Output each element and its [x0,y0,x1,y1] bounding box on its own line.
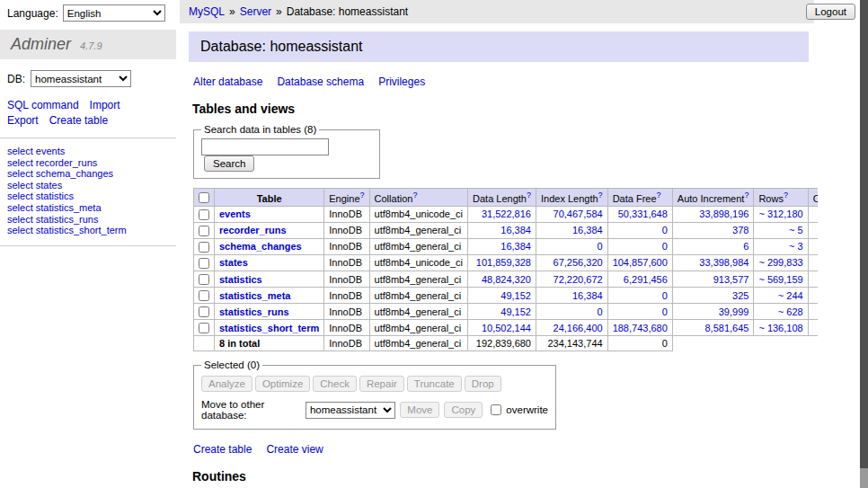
data-length-link[interactable]: 16,384 [500,225,531,235]
data-free-link[interactable]: 104,857,600 [613,257,668,268]
index-length-link[interactable]: 24,166,400 [554,323,603,333]
privileges-link[interactable]: Privileges [378,75,425,88]
auto-increment-link[interactable]: 6 [743,241,748,252]
table-name-link[interactable]: events [219,209,251,219]
sidebar-select-link[interactable]: select states [7,180,169,191]
data-length-link[interactable]: 10,502,144 [482,323,531,333]
index-length-link[interactable]: 70,467,584 [554,209,603,219]
breadcrumb-link-mysql[interactable]: MySQL [189,5,225,18]
import-link[interactable]: Import [90,99,120,111]
search-button[interactable]: Search [204,155,254,172]
data-free-link[interactable]: 0 [662,306,668,317]
index-length-link[interactable]: 67,256,320 [554,257,603,268]
auto-increment-link[interactable]: 325 [732,290,748,301]
selected-action-button[interactable]: Optimize [255,376,310,392]
data-length-link[interactable]: 31,522,816 [482,209,531,219]
column-help-link[interactable]: ? [784,191,788,200]
column-help-link[interactable]: ? [360,191,365,200]
create-table-link[interactable]: Create table [193,443,252,456]
db-select[interactable]: homeassistant [31,70,131,87]
select-all-checkbox[interactable] [199,192,209,203]
sidebar-select-link[interactable]: select statistics [7,191,169,202]
selected-action-button[interactable]: Drop [465,376,501,392]
data-free-link[interactable]: 188,743,680 [613,323,668,333]
row-select-checkbox[interactable] [199,323,209,333]
column-help-link[interactable]: ? [744,191,748,200]
data-free-link[interactable]: 0 [662,225,668,235]
selected-action-button[interactable]: Check [313,376,357,392]
column-help-link[interactable]: ? [527,191,531,200]
sql-command-link[interactable]: SQL command [7,99,79,111]
sidebar-select-link[interactable]: select statistics_short_term [7,225,169,236]
rows-count-link[interactable]: ~ 136,108 [758,323,802,333]
logout-button[interactable]: Logout [806,4,855,20]
auto-increment-link[interactable]: 33,898,196 [699,209,748,219]
overwrite-checkbox[interactable] [491,404,501,415]
data-length-link[interactable]: 48,824,320 [482,274,531,285]
column-help-link[interactable]: ? [598,191,603,200]
data-length-link[interactable]: 101,859,328 [476,257,531,268]
auto-increment-link[interactable]: 33,398,984 [699,257,748,268]
rows-count-link[interactable]: ~ 312,180 [758,209,802,219]
move-button[interactable]: Move [400,402,439,418]
export-link[interactable]: Export [7,114,39,127]
database-schema-link[interactable]: Database schema [277,75,364,88]
selected-action-button[interactable]: Repair [359,376,404,392]
selected-action-button[interactable]: Truncate [407,376,462,392]
data-free-link[interactable]: 0 [662,290,668,301]
auto-increment-link[interactable]: 378 [732,225,748,235]
rows-count-link[interactable]: ~ 628 [778,306,803,317]
language-select[interactable]: English [63,4,165,22]
breadcrumb-link-server[interactable]: Server [240,5,271,18]
auto-increment-link[interactable]: 8,581,645 [704,323,748,333]
data-free-link[interactable]: 0 [662,241,668,252]
selected-action-button[interactable]: Analyze [201,376,252,392]
sidebar-select-link[interactable]: select events [7,146,169,157]
sidebar-select-link[interactable]: select statistics_runs [7,214,169,226]
scrollbar-thumb[interactable] [860,0,868,468]
rows-count-link[interactable]: ~ 569,159 [758,274,802,285]
create-table-sidebar-link[interactable]: Create table [49,114,108,127]
auto-increment-link[interactable]: 913,577 [713,274,749,285]
row-select-checkbox[interactable] [199,274,209,285]
table-name-link[interactable]: states [219,257,248,268]
column-help-link[interactable]: ? [657,191,661,200]
sidebar-select-link[interactable]: select statistics_meta [7,202,169,214]
table-name-link[interactable]: statistics_meta [219,290,291,301]
copy-button[interactable]: Copy [444,402,483,418]
table-name-link[interactable]: recorder_runs [219,225,287,235]
move-database-select[interactable]: homeassistant [306,402,395,419]
index-length-link[interactable]: 0 [598,306,603,317]
index-length-link[interactable]: 0 [598,241,603,252]
table-name-link[interactable]: schema_changes [219,241,302,252]
row-select-checkbox[interactable] [199,290,209,301]
overwrite-label[interactable]: overwrite [506,404,548,415]
row-select-checkbox[interactable] [199,306,209,317]
index-length-link[interactable]: 16,384 [572,225,603,235]
data-length-link[interactable]: 49,152 [500,290,531,301]
table-name-link[interactable]: statistics_runs [219,306,289,317]
rows-count-link[interactable]: ~ 244 [778,290,803,301]
alter-database-link[interactable]: Alter database [193,75,262,88]
create-view-link[interactable]: Create view [266,443,323,456]
row-select-checkbox[interactable] [199,258,209,269]
row-select-checkbox[interactable] [199,209,209,220]
column-help-link[interactable]: ? [412,191,417,200]
data-free-link[interactable]: 50,331,648 [618,209,668,219]
data-length-link[interactable]: 49,152 [500,306,531,317]
sidebar-select-link[interactable]: select schema_changes [7,168,169,180]
rows-count-link[interactable]: ~ 5 [789,225,803,235]
index-length-link[interactable]: 72,220,672 [554,274,603,285]
row-select-checkbox[interactable] [199,242,209,253]
index-length-link[interactable]: 16,384 [572,290,603,301]
rows-count-link[interactable]: ~ 3 [789,241,803,252]
auto-increment-link[interactable]: 39,999 [719,306,749,317]
table-name-link[interactable]: statistics [219,274,262,285]
row-select-checkbox[interactable] [199,226,209,236]
sidebar-select-link[interactable]: select recorder_runs [7,157,169,169]
rows-count-link[interactable]: ~ 299,833 [758,257,802,268]
search-input[interactable] [201,138,329,155]
table-name-link[interactable]: statistics_short_term [219,323,319,333]
scrollbar[interactable] [860,0,868,488]
data-free-link[interactable]: 6,291,456 [624,274,668,285]
